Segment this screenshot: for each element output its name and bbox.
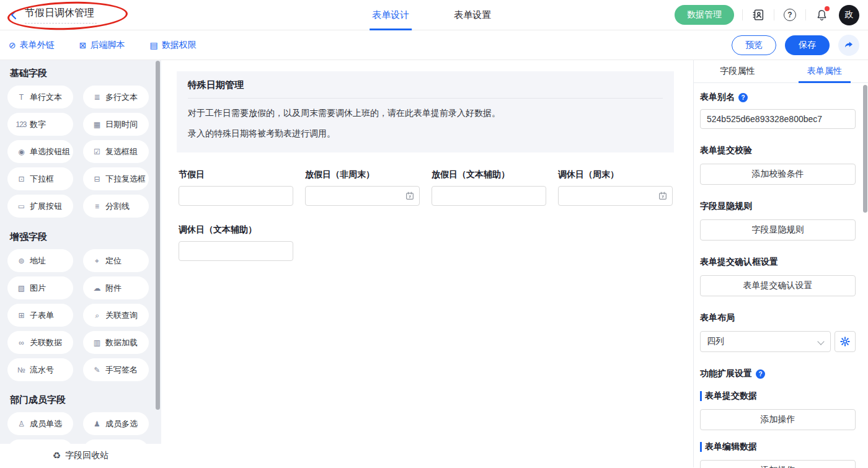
form-fields-grid: 节假日 放假日（非周末） [179, 169, 674, 261]
sidebar-field-item[interactable]: ≡ 分割线 [83, 195, 149, 218]
sidebar-field-item[interactable]: ≣ 多行文本 [83, 86, 149, 108]
help-icon[interactable]: ? [782, 7, 797, 22]
sidebar-field-item[interactable]: ▥ 数据加载 [83, 331, 149, 354]
field-type-icon: ▧ [16, 284, 27, 293]
form-field[interactable]: 节假日 [179, 169, 293, 206]
form-field-label: 放假日（非周末） [305, 169, 420, 180]
layout-settings-button[interactable] [835, 331, 856, 352]
save-button[interactable]: 保存 [785, 35, 830, 55]
sidebar-field-item[interactable]: ⌖ 定位 [83, 249, 149, 272]
form-layout-select[interactable]: 四列 [700, 331, 831, 352]
sidebar-field-item[interactable]: ▭ 扩展按钮 [7, 195, 73, 218]
add-action-button[interactable]: 添加操作 [700, 460, 856, 468]
main-tabs: 表单设计 表单设置 [372, 0, 491, 30]
field-type-icon: ⌖ [91, 257, 102, 265]
form-alias-label-row: 表单别名 ? [700, 92, 856, 103]
chevron-down-icon [817, 338, 824, 345]
properties-tabs: 字段属性 表单属性 [694, 60, 868, 83]
form-field-input[interactable] [432, 186, 546, 206]
field-type-label: 定位 [105, 255, 122, 267]
help-icon[interactable]: ? [738, 93, 748, 102]
field-type-label: 成员多选 [105, 418, 138, 430]
field-type-label: 成员单选 [30, 418, 62, 430]
form-field-input[interactable] [179, 241, 293, 261]
sidebar-field-item[interactable]: ♙ 成员单选 [7, 412, 73, 435]
data-manage-button[interactable]: 数据管理 [675, 5, 734, 25]
extension-group-label: 表单编辑数据 [700, 441, 856, 453]
sidebar-field-item[interactable]: № 流水号 [7, 358, 73, 381]
tab-field-properties[interactable]: 字段属性 [694, 60, 781, 82]
toolbar-link[interactable]: ▤ 数据权限 [149, 40, 196, 51]
field-type-icon: ⌕ [91, 311, 102, 320]
field-type-label: 多行文本 [105, 92, 138, 103]
contacts-icon[interactable] [751, 7, 766, 22]
notification-bell-icon[interactable] [814, 7, 829, 22]
sidebar-field-item[interactable]: ⊟ 下拉复选框 [83, 167, 149, 190]
top-bar: 节假日调休管理 表单设计 表单设置 数据管理 ? 政 [0, 0, 868, 30]
tab-form-settings[interactable]: 表单设置 [454, 0, 491, 30]
sidebar-field-item[interactable]: ♟ 成员多选 [83, 412, 149, 435]
help-icon[interactable]: ? [756, 369, 765, 379]
field-type-label: 日期时间 [105, 119, 138, 130]
form-field[interactable]: 调休日（文本辅助） [179, 224, 293, 261]
sidebar-field-item[interactable]: ▦ 日期时间 [83, 113, 149, 136]
sidebar-field-item[interactable]: ⊚ 地址 [7, 249, 73, 272]
form-alias-input[interactable] [700, 109, 856, 129]
tab-form-design[interactable]: 表单设计 [372, 0, 409, 30]
field-type-icon: ☁ [91, 284, 102, 293]
property-group-button[interactable]: 添加校验条件 [700, 164, 856, 185]
property-group-label: 表单提交校验 [700, 145, 856, 156]
form-field-input[interactable] [305, 186, 420, 206]
sidebar-field-item[interactable]: ☁ 附件 [83, 276, 149, 299]
field-type-label: 单选按钮组 [30, 146, 70, 157]
toolbar-link[interactable]: ⊘ 表单外链 [9, 40, 55, 51]
tab-form-properties[interactable]: 表单属性 [781, 60, 868, 82]
field-type-icon: ◉ [16, 148, 27, 156]
basic-fields-grid: T 单行文本 ≣ 多行文本 123 数字 ▦ [7, 86, 154, 218]
sidebar-field-item[interactable]: ⊞ 子表单 [7, 304, 73, 327]
add-action-button[interactable]: 添加操作 [700, 409, 856, 430]
back-icon[interactable] [9, 9, 20, 20]
field-type-icon: ✎ [91, 366, 102, 374]
properties-scrollbar-thumb[interactable] [863, 85, 867, 213]
form-canvas[interactable]: 特殊日期管理 对于工作日需要放假的，以及周末需要调休上班的，请在此表单提前录入好… [161, 60, 693, 467]
sidebar-scrollbar-thumb[interactable] [156, 61, 160, 410]
form-field[interactable]: 调休日（周末） [558, 169, 673, 206]
enhanced-fields-grid: ⊚ 地址 ⌖ 定位 ▧ 图片 ☁ 附件 [7, 249, 154, 381]
form-intro-block[interactable]: 特殊日期管理 对于工作日需要放假的，以及周末需要调休上班的，请在此表单提前录入好… [177, 71, 674, 152]
form-field[interactable]: 放假日（文本辅助） [432, 169, 546, 206]
toolbar-link[interactable]: ⊠ 后端脚本 [79, 40, 125, 51]
property-group-button[interactable]: 字段显隐规则 [700, 219, 856, 241]
form-field[interactable]: 放假日（非周末） [305, 169, 420, 206]
sidebar-field-item[interactable]: ⊡ 下拉框 [7, 167, 73, 190]
sidebar-field-item[interactable]: ◉ 单选按钮组 [7, 140, 73, 163]
preview-button[interactable]: 预览 [732, 35, 776, 55]
back-title-group[interactable]: 节假日调休管理 [9, 7, 97, 24]
extension-settings-label-row: 功能扩展设置 ? [700, 368, 856, 379]
form-field-label: 放假日（文本辅助） [432, 169, 546, 180]
field-type-label: 扩展按钮 [30, 201, 62, 212]
sidebar-field-item[interactable]: ☑ 复选框组 [83, 140, 149, 163]
sidebar-field-item[interactable]: 123 数字 [7, 113, 73, 136]
form-field-input[interactable] [179, 186, 293, 206]
sidebar-field-item[interactable]: T 单行文本 [7, 86, 73, 108]
property-group-button[interactable]: 表单提交确认设置 [700, 275, 856, 296]
sidebar-field-item[interactable]: ✎ 手写签名 [83, 358, 149, 381]
avatar[interactable]: 政 [839, 5, 859, 25]
form-field-input[interactable] [558, 186, 673, 206]
extension-group-label: 表单提交数据 [700, 391, 856, 402]
sidebar-field-item[interactable]: ▧ 图片 [7, 276, 73, 299]
toolbar-links: ⊘ 表单外链 ⊠ 后端脚本 ▤ 数据权限 [9, 40, 197, 51]
form-layout-label: 表单布局 [700, 312, 856, 324]
sidebar-field-item[interactable]: ⌕ 关联查询 [83, 304, 149, 327]
page-title[interactable]: 节假日调休管理 [25, 7, 97, 24]
field-recycle-bin[interactable]: ♻ 字段回收站 [0, 444, 161, 467]
field-type-label: 单行文本 [30, 92, 62, 103]
field-type-icon: ▦ [91, 120, 102, 129]
section-title-enhanced: 增强字段 [10, 231, 154, 243]
sidebar-field-item[interactable]: ∞ 关联数据 [7, 331, 73, 354]
field-type-label: 下拉框 [30, 174, 54, 185]
recycle-icon: ♻ [53, 450, 61, 461]
field-type-label: 地址 [30, 255, 46, 267]
share-button[interactable] [838, 35, 859, 56]
